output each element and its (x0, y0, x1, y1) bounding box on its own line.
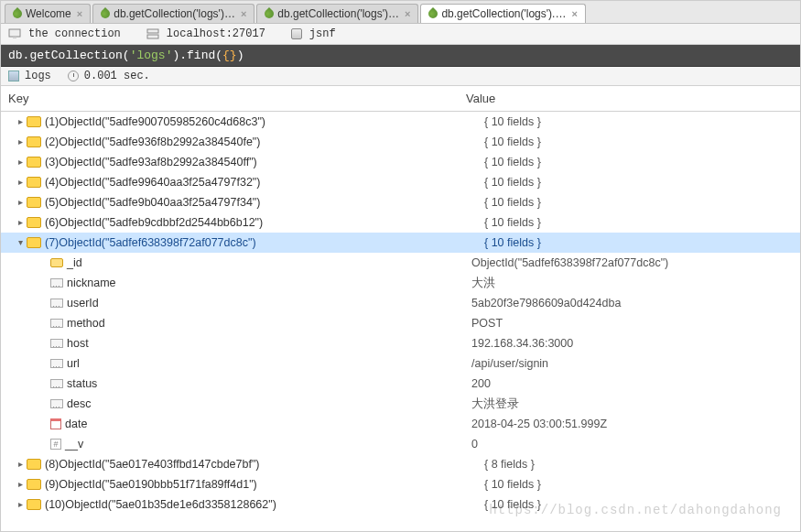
field-row[interactable]: methodPOST (1, 313, 800, 333)
document-icon (27, 459, 41, 470)
document-id: ObjectId("5ae017e403ffbd147cbde7bf") (59, 456, 259, 472)
close-icon[interactable]: × (241, 8, 246, 19)
string-icon (50, 379, 63, 388)
date-icon (50, 418, 61, 429)
document-row[interactable]: ▸(8) ObjectId("5ae017e403ffbd147cbde7bf"… (1, 454, 800, 474)
expand-arrow-icon[interactable]: ▸ (14, 194, 27, 211)
field-row[interactable]: userId5ab20f3e7986609a0d424dba (1, 293, 800, 313)
tab-label: db.getCollection('logs').… (441, 7, 566, 20)
tab-query-3[interactable]: db.getCollection('logs').… × (420, 4, 585, 23)
field-key: desc (67, 396, 91, 412)
string-icon (50, 319, 63, 328)
field-key: url (67, 355, 80, 372)
leaf-icon (263, 7, 276, 20)
document-summary: { 10 fields } (484, 114, 800, 130)
expand-arrow-icon[interactable]: ▸ (14, 134, 27, 150)
document-id: ObjectId("5ae01b35de1e6d3358128662") (65, 496, 276, 513)
field-key: host (67, 335, 89, 352)
string-icon (50, 399, 63, 408)
document-icon (27, 157, 41, 168)
document-summary: { 10 fields } (484, 476, 800, 493)
clock-icon (68, 71, 79, 81)
document-row[interactable]: ▸(9) ObjectId("5ae0190bbb51f71fa89ff4d1"… (1, 474, 800, 494)
tab-query-2[interactable]: db.getCollection('logs')… × (256, 4, 418, 23)
document-id: ObjectId("5adfe9b040aa3f25a4797f34") (59, 194, 260, 211)
document-row[interactable]: ▸(5) ObjectId("5adfe9b040aa3f25a4797f34"… (1, 192, 800, 212)
field-value: /api/user/signin (471, 355, 800, 372)
number-icon: # (50, 439, 61, 450)
field-row[interactable]: date2018-04-25 03:00:51.999Z (1, 414, 800, 434)
field-row[interactable]: status200 (1, 374, 800, 394)
field-key: method (67, 315, 105, 331)
expand-arrow-icon[interactable]: ▸ (14, 456, 27, 472)
field-key: _id (67, 255, 82, 271)
field-value: 大洪 (471, 275, 800, 291)
expand-arrow-icon[interactable]: ▸ (14, 476, 27, 493)
expand-arrow-icon[interactable]: ▸ (14, 174, 27, 190)
document-summary: { 10 fields } (484, 496, 800, 513)
document-icon (27, 237, 41, 248)
document-icon (27, 479, 41, 490)
document-index: (2) (45, 134, 59, 150)
document-index: (4) (45, 174, 59, 190)
document-id: ObjectId("5adfef638398f72af077dc8c") (59, 234, 255, 251)
document-row[interactable]: ▸(4) ObjectId("5adfe99640aa3f25a4797f32"… (1, 172, 800, 192)
field-key: nickname (67, 275, 116, 291)
document-index: (8) (45, 456, 59, 472)
query-suffix: ).find( (172, 49, 222, 62)
string-icon (50, 299, 63, 308)
string-icon (50, 339, 63, 348)
document-row[interactable]: ▸(3) ObjectId("5adfe93af8b2992a384540ff"… (1, 152, 800, 172)
status-bar: logs 0.001 sec. (1, 67, 800, 86)
field-row[interactable]: desc大洪登录 (1, 394, 800, 414)
expand-arrow-icon[interactable]: ▸ (14, 496, 27, 513)
document-summary: { 10 fields } (484, 194, 800, 211)
field-row[interactable]: #__v0 (1, 434, 800, 454)
close-icon[interactable]: × (77, 8, 82, 19)
close-icon[interactable]: × (571, 8, 577, 19)
field-row[interactable]: host192.168.34.36:3000 (1, 333, 800, 353)
tab-welcome[interactable]: Welcome × (5, 4, 91, 23)
query-bar[interactable]: db.getCollection('logs').find({}) (1, 45, 800, 67)
tab-query-1[interactable]: db.getCollection('logs')… × (92, 4, 254, 23)
leaf-icon (99, 7, 112, 20)
field-key: status (67, 375, 97, 392)
leaf-icon (11, 7, 24, 20)
editor-tabs: Welcome × db.getCollection('logs')… × db… (1, 1, 800, 24)
field-value: 192.168.34.36:3000 (471, 335, 800, 352)
result-tree[interactable]: ▸(1) ObjectId("5adfe900705985260c4d68c3"… (1, 112, 800, 515)
leaf-icon (427, 7, 439, 20)
expand-arrow-icon[interactable]: ▸ (14, 154, 27, 170)
string-icon (50, 359, 63, 368)
expand-arrow-icon[interactable]: ▸ (14, 214, 27, 231)
tab-label: db.getCollection('logs')… (277, 7, 399, 20)
document-index: (3) (45, 154, 59, 170)
document-index: (10) (45, 496, 65, 513)
document-id: ObjectId("5adfe936f8b2992a384540fe") (59, 134, 260, 150)
connection-bar: the connection localhost:27017 jsnf (1, 24, 800, 45)
string-icon (50, 278, 63, 288)
document-id: ObjectId("5adfe900705985260c4d68c3") (59, 114, 265, 130)
field-row[interactable]: nickname大洪 (1, 273, 800, 293)
tab-label: db.getCollection('logs')… (114, 7, 235, 20)
close-icon[interactable]: × (405, 8, 410, 19)
document-index: (5) (45, 194, 59, 211)
field-row[interactable]: _idObjectId("5adfef638398f72af077dc8c") (1, 253, 800, 273)
table-icon (8, 71, 19, 81)
document-row[interactable]: ▾(7) ObjectId("5adfef638398f72af077dc8c"… (1, 233, 800, 253)
document-row[interactable]: ▸(10) ObjectId("5ae01b35de1e6d3358128662… (1, 494, 800, 515)
field-row[interactable]: url/api/user/signin (1, 353, 800, 374)
field-value: 2018-04-25 03:00:51.999Z (471, 416, 800, 432)
document-id: ObjectId("5adfeb9cdbbf2d2544bb6b12") (59, 214, 263, 231)
column-key: Key (1, 86, 459, 111)
document-row[interactable]: ▸(2) ObjectId("5adfe936f8b2992a384540fe"… (1, 132, 800, 152)
document-row[interactable]: ▸(6) ObjectId("5adfeb9cdbbf2d2544bb6b12"… (1, 212, 800, 233)
svg-rect-0 (9, 29, 20, 37)
field-key: date (65, 416, 87, 432)
document-icon (27, 116, 41, 127)
document-summary: { 10 fields } (484, 214, 800, 231)
expand-arrow-icon[interactable]: ▸ (14, 114, 27, 130)
expand-arrow-icon[interactable]: ▾ (14, 234, 27, 251)
field-value: 200 (471, 375, 800, 392)
document-row[interactable]: ▸(1) ObjectId("5adfe900705985260c4d68c3"… (1, 112, 800, 132)
